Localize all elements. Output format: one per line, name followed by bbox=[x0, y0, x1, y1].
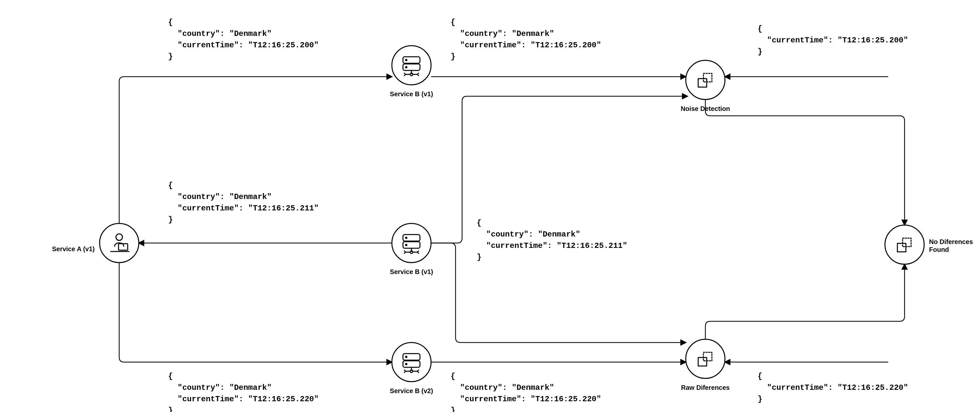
svg-text:"country": "Denmark": "country": "Denmark" bbox=[168, 192, 272, 201]
svg-text:"country": "Denmark": "country": "Denmark" bbox=[477, 230, 580, 239]
svg-text:"currentTime": "T12:16:25.200": "currentTime": "T12:16:25.200" bbox=[451, 41, 601, 49]
svg-text:{: { bbox=[451, 372, 455, 381]
svg-text:}: } bbox=[168, 215, 173, 224]
svg-point-16 bbox=[392, 342, 431, 382]
svg-text:"currentTime": "T12:16:25.200": "currentTime": "T12:16:25.200" bbox=[168, 41, 319, 49]
edges bbox=[119, 77, 905, 362]
node-label: Raw Diferences bbox=[681, 384, 730, 391]
node-service-b-v1-mid: Service B (v1) bbox=[390, 223, 433, 275]
node-label-line1: No Diferences bbox=[929, 238, 973, 245]
payload-bot-right: { "currentTime": "T12:16:25.220" } bbox=[757, 372, 908, 404]
svg-text:{: { bbox=[168, 18, 173, 27]
svg-text:}: } bbox=[757, 395, 762, 404]
svg-point-14 bbox=[392, 46, 431, 85]
svg-text:"country": "Denmark": "country": "Denmark" bbox=[451, 29, 554, 38]
payload-mid-left: { "country": "Denmark" "currentTime": "T… bbox=[168, 181, 319, 224]
payload-bot-mid: { "country": "Denmark" "currentTime": "T… bbox=[451, 372, 601, 412]
svg-text:{: { bbox=[757, 372, 762, 381]
node-label-line2: Found bbox=[929, 246, 949, 253]
node-label: Service B (v2) bbox=[390, 387, 433, 395]
payload-top-left: { "country": "Denmark" "currentTime": "T… bbox=[168, 18, 319, 61]
node-label: Noise Detection bbox=[681, 105, 730, 112]
svg-text:{: { bbox=[168, 181, 173, 190]
svg-text:"currentTime": "T12:16:25.220": "currentTime": "T12:16:25.220" bbox=[757, 383, 908, 392]
svg-text:}: } bbox=[477, 253, 481, 261]
node-label: Service A (v1) bbox=[52, 245, 95, 252]
payload-top-right: { "currentTime": "T12:16:25.200" } bbox=[757, 24, 908, 56]
payload-mid-mid: { "country": "Denmark" "currentTime": "T… bbox=[477, 219, 627, 261]
svg-text:{: { bbox=[451, 18, 455, 27]
payload-top-mid: { "country": "Denmark" "currentTime": "T… bbox=[451, 18, 601, 61]
svg-text:{: { bbox=[168, 372, 173, 381]
payload-bot-left: { "country": "Denmark" "currentTime": "T… bbox=[168, 372, 319, 412]
node-service-b-v2: Service B (v2) bbox=[390, 342, 433, 395]
svg-text:"country": "Denmark": "country": "Denmark" bbox=[168, 29, 272, 38]
svg-text:}: } bbox=[451, 406, 455, 412]
svg-text:{: { bbox=[477, 219, 481, 227]
node-service-a: Service A (v1) bbox=[52, 223, 139, 263]
node-label: Service B (v1) bbox=[390, 90, 433, 98]
node-raw-differences: Raw Diferences bbox=[681, 339, 730, 391]
svg-text:}: } bbox=[168, 406, 173, 412]
svg-text:"currentTime": "T12:16:25.220": "currentTime": "T12:16:25.220" bbox=[451, 395, 601, 404]
svg-text:}: } bbox=[451, 52, 455, 61]
svg-text:"currentTime": "T12:16:25.200": "currentTime": "T12:16:25.200" bbox=[757, 36, 908, 45]
svg-point-19 bbox=[885, 225, 924, 264]
svg-text:"country": "Denmark": "country": "Denmark" bbox=[168, 383, 272, 392]
svg-text:"currentTime": "T12:16:25.211": "currentTime": "T12:16:25.211" bbox=[168, 204, 319, 213]
node-label: Service B (v1) bbox=[390, 268, 433, 275]
svg-text:}: } bbox=[757, 47, 762, 56]
svg-point-17 bbox=[686, 60, 725, 100]
svg-point-18 bbox=[686, 339, 725, 379]
svg-text:"currentTime": "T12:16:25.211": "currentTime": "T12:16:25.211" bbox=[477, 241, 627, 250]
svg-text:{: { bbox=[757, 24, 762, 33]
svg-text:"country": "Denmark": "country": "Denmark" bbox=[451, 383, 554, 392]
svg-text:}: } bbox=[168, 52, 173, 61]
svg-point-15 bbox=[392, 223, 431, 263]
svg-text:"currentTime": "T12:16:25.220": "currentTime": "T12:16:25.220" bbox=[168, 395, 319, 404]
node-service-b-v1-top: Service B (v1) bbox=[390, 46, 433, 98]
node-no-differences: No Diferences Found bbox=[885, 225, 973, 264]
